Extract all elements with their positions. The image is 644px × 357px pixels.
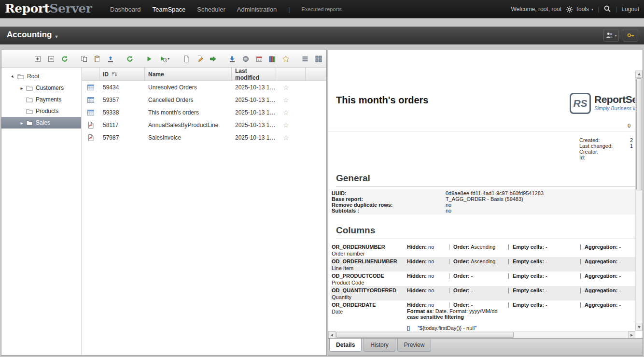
header-name[interactable]: Name	[145, 68, 232, 81]
tab-preview[interactable]: Preview	[397, 339, 432, 352]
hidden-label: Hidden:	[407, 302, 427, 308]
tab-details[interactable]: Details	[329, 339, 362, 352]
column-desc: Order number	[332, 251, 407, 257]
expand-all-button[interactable]	[32, 53, 43, 65]
order-value: Ascending	[471, 244, 495, 250]
import-button[interactable]	[105, 53, 116, 65]
new-report-button[interactable]	[181, 53, 192, 65]
execute-options-button[interactable]: ▾	[157, 53, 172, 65]
grid-view-icon	[315, 55, 322, 63]
paste-button[interactable]	[92, 53, 103, 65]
empty-cells-label: Empty cells:	[513, 258, 544, 264]
teamspace-members-button[interactable]: ▾	[603, 29, 619, 42]
table-row[interactable]: 58117 AnnualSalesByProductLine 2025-10-1…	[82, 119, 326, 131]
copy-button[interactable]	[78, 53, 89, 65]
schedule-button[interactable]	[253, 53, 265, 65]
nav-teamspace[interactable]: TeamSpace	[153, 6, 186, 13]
horizontal-scroll-thumb[interactable]	[336, 332, 514, 338]
expander-icon[interactable]: ▸	[18, 120, 26, 126]
edit-button[interactable]	[194, 53, 205, 65]
folder-icon	[26, 96, 33, 103]
empty-cells-value: -	[546, 273, 547, 279]
collapse-all-button[interactable]	[46, 53, 57, 65]
header-id[interactable]: ID	[99, 68, 145, 81]
expander-icon[interactable]: ▸	[18, 86, 26, 91]
scroll-up-button[interactable]	[635, 71, 643, 78]
cell-name: Unresolved Orders	[145, 84, 232, 91]
tab-history[interactable]: History	[364, 339, 395, 352]
scroll-down-button[interactable]	[635, 324, 643, 331]
meta-row: Last changed:1	[579, 143, 633, 149]
import-icon	[107, 55, 114, 63]
cell-id: 58117	[99, 122, 145, 129]
documentation-button[interactable]	[267, 53, 278, 65]
execute-report-button[interactable]	[143, 53, 154, 65]
refresh-button[interactable]	[59, 53, 70, 65]
cell-modified: 2025-10-13 1…	[232, 97, 276, 103]
vertical-scrollbar[interactable]	[635, 71, 643, 331]
favorite-star-icon[interactable]: ☆	[283, 109, 289, 116]
meta-value: 1	[630, 143, 633, 149]
aggregation-label: Aggregation:	[585, 273, 617, 279]
table-row[interactable]: 59338 This month's orders 2025-10-13 1… …	[82, 106, 326, 119]
arrow-up-icon	[638, 71, 641, 75]
tools-label: Tools	[575, 6, 589, 13]
hidden-value: no	[428, 273, 434, 279]
books-icon	[268, 55, 276, 63]
order-label: Order:	[453, 273, 470, 279]
grid-view-button[interactable]	[313, 53, 324, 65]
reload-button[interactable]	[125, 53, 136, 65]
general-value: T_AGG_ORDER - Basis (59483)	[446, 196, 523, 202]
tree-item-root[interactable]: ▸ Root	[1, 71, 81, 82]
table-row[interactable]: 59434 Unresolved Orders 2025-10-13 1… ☆	[82, 81, 326, 94]
nav-dashboard[interactable]: Dashboard	[110, 6, 141, 13]
teamspace-title: Accounting	[7, 30, 52, 40]
search-button[interactable]	[603, 5, 611, 14]
users-icon	[605, 31, 614, 39]
tree-item-payments[interactable]: Payments	[1, 94, 81, 105]
aggregation-value: -	[619, 258, 621, 264]
tree-item-label: Products	[36, 108, 58, 114]
play-clock-icon	[160, 55, 168, 63]
export-button[interactable]	[227, 53, 238, 65]
list-view-button[interactable]	[300, 53, 311, 65]
vertical-scroll-thumb[interactable]	[636, 78, 642, 190]
aggregation-value: -	[619, 287, 621, 293]
report-title: This month's orders	[336, 95, 428, 106]
order-value: -	[471, 273, 473, 279]
teamspace-selector[interactable]: Accounting ▾	[7, 30, 58, 40]
scroll-right-button[interactable]	[628, 331, 635, 339]
favorite-star-icon[interactable]: ☆	[283, 134, 289, 142]
nav-executed-reports[interactable]: Executed reports	[302, 6, 342, 12]
table-row[interactable]: 57987 SalesInvoice 2025-10-13 1… ☆	[82, 131, 326, 144]
column-row: OD_PRODUCTCODEProduct Code Hidden: no Or…	[331, 271, 635, 286]
logout-button[interactable]: Logout	[621, 6, 639, 13]
favorite-star-icon[interactable]: ☆	[283, 84, 289, 91]
cell-name: Cancelled Orders	[145, 97, 232, 103]
tree-item-sales[interactable]: ▸ Sales	[1, 117, 81, 129]
scroll-left-button[interactable]	[328, 331, 336, 339]
app-logo[interactable]: ReportServer	[5, 1, 92, 15]
favorite-button[interactable]	[280, 53, 292, 65]
favorite-star-icon[interactable]: ☆	[283, 122, 289, 129]
tools-menu-button[interactable]: Tools ▾	[566, 6, 593, 13]
expander-icon[interactable]: ▸	[8, 71, 17, 81]
horizontal-scrollbar[interactable]	[328, 331, 635, 338]
arrow-down-icon	[638, 326, 641, 330]
disable-button[interactable]	[240, 53, 251, 65]
table-row[interactable]: 59357 Cancelled Orders 2025-10-13 1… ☆	[82, 94, 326, 106]
general-rows: UUID:0d9ae8ee-fd11-4ad1-9c97-b60fd954128…	[331, 189, 635, 214]
favorite-star-icon[interactable]: ☆	[283, 97, 289, 104]
header-last-modified[interactable]: Last modified	[232, 68, 276, 81]
empty-cells-value: -	[546, 244, 547, 250]
meta-row: Created:2	[579, 137, 633, 143]
general-value: 0d9ae8ee-fd11-4ad1-9c97-b60fd9541283	[446, 190, 544, 196]
move-button[interactable]	[208, 53, 219, 65]
tree-item-products[interactable]: Products	[1, 105, 81, 117]
rs-logo-mark: RS	[570, 93, 591, 114]
nav-administration[interactable]: Administration	[237, 6, 277, 13]
nav-scheduler[interactable]: Scheduler	[197, 6, 225, 13]
teamspace-permissions-button[interactable]	[623, 29, 638, 42]
key-icon	[627, 31, 635, 39]
tree-item-customers[interactable]: ▸ Customers	[1, 82, 81, 94]
